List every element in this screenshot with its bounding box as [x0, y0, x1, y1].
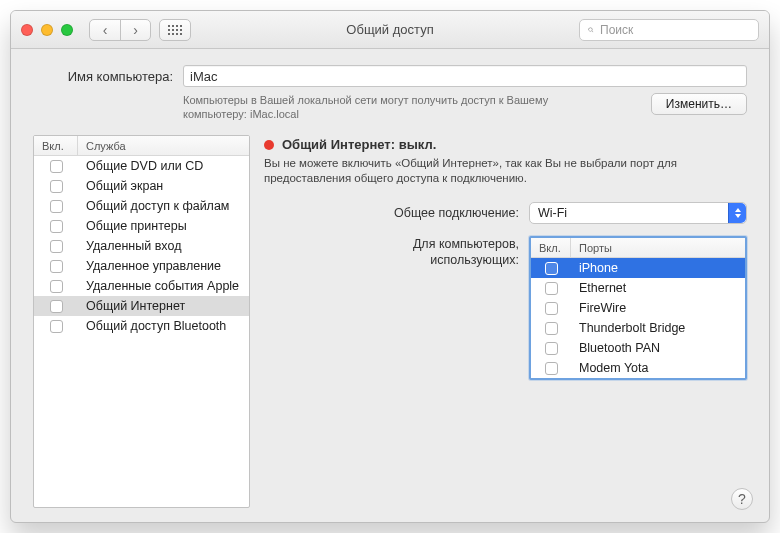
minimize-icon[interactable] [41, 24, 53, 36]
ports-label: Для компьютеров, использующих: [264, 236, 519, 380]
status-title: Общий Интернет: выкл. [282, 137, 436, 152]
nav-back-forward: ‹ › [89, 19, 151, 41]
ports-body: iPhoneEthernetFireWireThunderbolt Bridge… [531, 258, 745, 378]
share-from-select[interactable]: Wi-Fi [529, 202, 747, 224]
service-label: Удаленный вход [78, 239, 249, 253]
service-row[interactable]: Общий Интернет [34, 296, 249, 316]
services-header: Вкл. Служба [34, 136, 249, 156]
status-line: Общий Интернет: выкл. [264, 137, 747, 152]
port-label: FireWire [571, 301, 745, 315]
share-from-row: Общее подключение: Wi-Fi [264, 202, 747, 224]
services-body: Общие DVD или CDОбщий экранОбщий доступ … [34, 156, 249, 336]
service-checkbox[interactable] [50, 280, 63, 293]
status-indicator-icon [264, 140, 274, 150]
service-checkbox[interactable] [50, 260, 63, 273]
search-input[interactable] [600, 23, 750, 37]
ports-header: Вкл. Порты [531, 238, 745, 258]
window-controls [21, 24, 73, 36]
service-checkbox[interactable] [50, 220, 63, 233]
ports-header-on: Вкл. [531, 238, 571, 257]
port-label: Bluetooth PAN [571, 341, 745, 355]
back-button[interactable]: ‹ [90, 20, 120, 40]
service-label: Общий экран [78, 179, 249, 193]
forward-button[interactable]: › [120, 20, 150, 40]
service-label: Общий доступ к файлам [78, 199, 249, 213]
port-label: Modem Yota [571, 361, 745, 375]
service-row[interactable]: Общий доступ к файлам [34, 196, 249, 216]
search-icon [588, 24, 594, 36]
search-field[interactable] [579, 19, 759, 41]
port-checkbox[interactable] [545, 262, 558, 275]
preferences-window: ‹ › Общий доступ Имя компьютера: Компьют… [10, 10, 770, 523]
computer-name-label: Имя компьютера: [33, 69, 173, 84]
help-icon: ? [738, 491, 746, 507]
service-label: Удаленные события Apple [78, 279, 249, 293]
port-label: iPhone [571, 261, 745, 275]
port-row[interactable]: Thunderbolt Bridge [531, 318, 745, 338]
zoom-icon[interactable] [61, 24, 73, 36]
show-all-button[interactable] [159, 19, 191, 41]
service-checkbox[interactable] [50, 160, 63, 173]
port-label: Thunderbolt Bridge [571, 321, 745, 335]
service-row[interactable]: Удаленное управление [34, 256, 249, 276]
computer-name-input[interactable] [183, 65, 747, 87]
service-checkbox[interactable] [50, 200, 63, 213]
service-label: Общий Интернет [78, 299, 249, 313]
service-label: Удаленное управление [78, 259, 249, 273]
ports-area: Для компьютеров, использующих: Вкл. Порт… [264, 236, 747, 380]
grid-icon [168, 25, 182, 35]
main-content: Вкл. Служба Общие DVD или CDОбщий экранО… [11, 129, 769, 522]
services-header-on: Вкл. [34, 136, 78, 155]
port-checkbox[interactable] [545, 342, 558, 355]
share-from-value: Wi-Fi [538, 206, 567, 220]
port-label: Ethernet [571, 281, 745, 295]
service-checkbox[interactable] [50, 320, 63, 333]
service-checkbox[interactable] [50, 180, 63, 193]
service-checkbox[interactable] [50, 300, 63, 313]
port-row[interactable]: Bluetooth PAN [531, 338, 745, 358]
ports-table: Вкл. Порты iPhoneEthernetFireWireThunder… [529, 236, 747, 380]
help-button[interactable]: ? [731, 488, 753, 510]
service-row[interactable]: Общий экран [34, 176, 249, 196]
detail-pane: Общий Интернет: выкл. Вы не можете включ… [264, 135, 747, 508]
service-row[interactable]: Общие принтеры [34, 216, 249, 236]
service-label: Общий доступ Bluetooth [78, 319, 249, 333]
service-label: Общие принтеры [78, 219, 249, 233]
edit-hostname-button[interactable]: Изменить… [651, 93, 747, 115]
service-row[interactable]: Удаленные события Apple [34, 276, 249, 296]
port-checkbox[interactable] [545, 302, 558, 315]
port-row[interactable]: Ethernet [531, 278, 745, 298]
share-from-label: Общее подключение: [264, 206, 519, 220]
port-checkbox[interactable] [545, 362, 558, 375]
select-stepper-icon [728, 203, 746, 223]
port-checkbox[interactable] [545, 282, 558, 295]
computer-name-section: Имя компьютера: Компьютеры в Вашей локал… [11, 49, 769, 129]
service-row[interactable]: Удаленный вход [34, 236, 249, 256]
port-row[interactable]: iPhone [531, 258, 745, 278]
port-checkbox[interactable] [545, 322, 558, 335]
close-icon[interactable] [21, 24, 33, 36]
services-table: Вкл. Служба Общие DVD или CDОбщий экранО… [33, 135, 250, 508]
service-row[interactable]: Общий доступ Bluetooth [34, 316, 249, 336]
titlebar: ‹ › Общий доступ [11, 11, 769, 49]
service-label: Общие DVD или CD [78, 159, 249, 173]
port-row[interactable]: FireWire [531, 298, 745, 318]
service-checkbox[interactable] [50, 240, 63, 253]
service-row[interactable]: Общие DVD или CD [34, 156, 249, 176]
ports-header-name: Порты [571, 238, 745, 257]
port-row[interactable]: Modem Yota [531, 358, 745, 378]
services-header-name: Служба [78, 136, 249, 155]
status-explanation: Вы не можете включить «Общий Интернет», … [264, 156, 747, 186]
computer-name-hint: Компьютеры в Вашей локальной сети могут … [183, 93, 641, 121]
